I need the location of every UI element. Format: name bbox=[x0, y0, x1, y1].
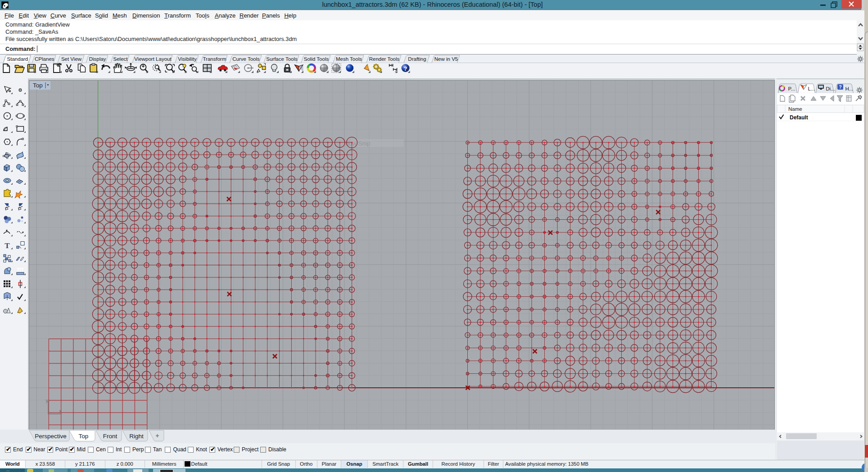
svg-text:x: x bbox=[59, 408, 62, 413]
svg-text:Drafting: Drafting bbox=[408, 56, 426, 62]
svg-text:Di...: Di... bbox=[826, 86, 835, 91]
svg-text:L...: L... bbox=[808, 86, 815, 91]
svg-text:Surface Tools: Surface Tools bbox=[266, 56, 298, 62]
svg-text:Name: Name bbox=[788, 106, 802, 112]
svg-text:y: y bbox=[46, 398, 49, 403]
svg-text:?: ? bbox=[404, 65, 407, 72]
svg-text:Viewport Layout: Viewport Layout bbox=[134, 56, 172, 62]
svg-text:Render Tools: Render Tools bbox=[369, 56, 400, 62]
svg-text:P...: P... bbox=[788, 86, 795, 91]
svg-text:Top: Top bbox=[79, 433, 89, 440]
svg-text:Transform: Transform bbox=[203, 56, 226, 62]
svg-text:Mesh Tools: Mesh Tools bbox=[336, 56, 362, 62]
svg-text:?: ? bbox=[839, 85, 841, 90]
svg-text:Set View: Set View bbox=[61, 56, 82, 62]
svg-text:Right: Right bbox=[129, 433, 144, 440]
svg-text:T: T bbox=[5, 241, 10, 250]
svg-text:New in V5: New in V5 bbox=[434, 56, 458, 62]
svg-text:Curve Tools: Curve Tools bbox=[232, 56, 260, 62]
svg-text:Select: Select bbox=[113, 56, 128, 62]
svg-text:Top: Top bbox=[33, 82, 43, 89]
svg-text:Standard: Standard bbox=[7, 56, 28, 62]
svg-text:H...: H... bbox=[845, 86, 853, 91]
svg-text:Perspective: Perspective bbox=[35, 433, 67, 440]
svg-text:Front: Front bbox=[103, 433, 118, 440]
svg-text:CPlanes: CPlanes bbox=[35, 56, 54, 62]
svg-text:Display: Display bbox=[89, 56, 106, 62]
svg-text:Visibility: Visibility bbox=[178, 56, 197, 62]
svg-text:dow Snip: dow Snip bbox=[345, 140, 371, 147]
svg-text:Solid Tools: Solid Tools bbox=[304, 56, 329, 62]
svg-text:Default: Default bbox=[790, 114, 808, 121]
